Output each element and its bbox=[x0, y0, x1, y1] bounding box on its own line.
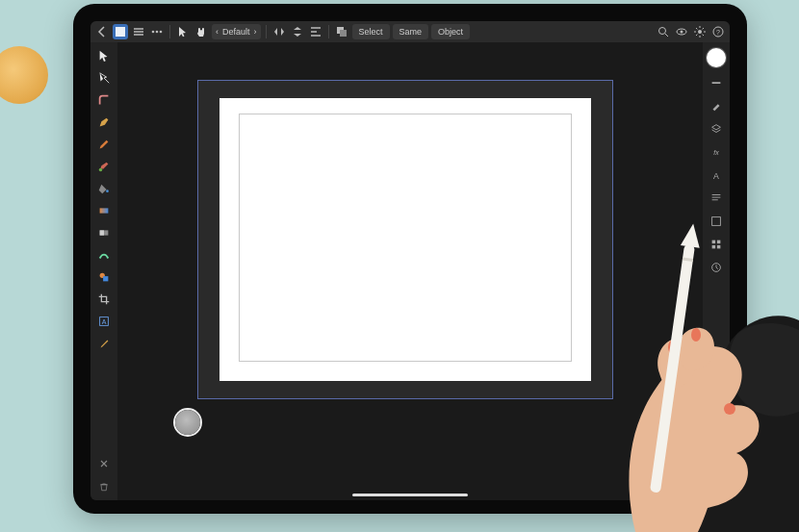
page-margin-guide bbox=[239, 114, 572, 362]
preset-prev[interactable]: ‹ bbox=[216, 27, 219, 37]
svg-rect-25 bbox=[717, 241, 721, 244]
settings-button[interactable] bbox=[692, 24, 708, 39]
preset-selector[interactable]: ‹ Default › bbox=[212, 24, 261, 39]
quick-menu-button[interactable] bbox=[175, 410, 200, 435]
svg-text:A: A bbox=[102, 318, 107, 325]
svg-point-2 bbox=[156, 31, 159, 34]
svg-point-1 bbox=[152, 31, 155, 34]
studio-sidebar: fx A bbox=[703, 42, 730, 500]
same-menu-button[interactable]: Same bbox=[393, 24, 429, 39]
separator bbox=[169, 25, 170, 38]
separator bbox=[266, 25, 267, 38]
gradient-tool[interactable] bbox=[93, 201, 115, 220]
svg-rect-0 bbox=[116, 27, 125, 37]
svg-rect-5 bbox=[340, 30, 347, 37]
pencil-tool[interactable] bbox=[93, 135, 115, 154]
object-menu-button[interactable]: Object bbox=[431, 24, 470, 39]
transparency-tool[interactable] bbox=[93, 223, 115, 242]
preset-next[interactable]: › bbox=[254, 27, 257, 37]
svg-text:?: ? bbox=[716, 29, 720, 36]
svg-point-12 bbox=[99, 168, 103, 172]
corner-tool[interactable] bbox=[93, 90, 115, 110]
history-panel-icon[interactable] bbox=[708, 260, 725, 275]
help-button[interactable]: ? bbox=[710, 24, 726, 39]
desk-decor bbox=[0, 46, 48, 104]
select-menu-button[interactable]: Select bbox=[352, 24, 390, 39]
canvas-area[interactable] bbox=[117, 42, 703, 500]
svg-rect-16 bbox=[100, 230, 104, 235]
app-screen: ‹ Default › Select Same Object bbox=[90, 21, 730, 500]
assets-panel-icon[interactable] bbox=[708, 237, 725, 252]
svg-point-6 bbox=[659, 28, 666, 35]
svg-text:fx: fx bbox=[713, 149, 719, 156]
text-tool[interactable]: A bbox=[93, 312, 115, 331]
svg-point-8 bbox=[681, 31, 683, 34]
effects-panel-icon[interactable]: fx bbox=[708, 144, 725, 160]
paragraph-panel-icon[interactable] bbox=[708, 190, 725, 206]
svg-point-3 bbox=[160, 31, 163, 34]
styles-panel-icon[interactable] bbox=[708, 214, 725, 229]
stroke-panel-icon[interactable] bbox=[708, 75, 725, 90]
svg-text:A: A bbox=[713, 171, 719, 181]
trash-icon[interactable] bbox=[96, 479, 112, 494]
svg-rect-14 bbox=[100, 208, 109, 213]
brushes-panel-icon[interactable] bbox=[708, 98, 725, 114]
pen-tool[interactable] bbox=[93, 113, 115, 132]
svg-point-13 bbox=[106, 190, 109, 192]
flip-vertical-button[interactable] bbox=[290, 24, 305, 39]
move-tool[interactable] bbox=[93, 46, 115, 65]
svg-rect-24 bbox=[712, 241, 716, 244]
fill-tool[interactable] bbox=[93, 179, 115, 198]
svg-point-9 bbox=[698, 30, 702, 34]
svg-rect-26 bbox=[712, 245, 716, 249]
document-page[interactable] bbox=[219, 98, 591, 381]
bottom-left-controls bbox=[96, 456, 112, 494]
artboard[interactable] bbox=[198, 81, 612, 398]
more-menu-button[interactable] bbox=[149, 24, 165, 39]
svg-rect-27 bbox=[717, 245, 721, 249]
preview-button[interactable] bbox=[674, 24, 689, 39]
home-indicator[interactable] bbox=[352, 494, 468, 496]
color-picker-tool[interactable] bbox=[93, 334, 115, 353]
brush-tool[interactable] bbox=[93, 157, 115, 176]
separator bbox=[328, 25, 329, 38]
node-tool[interactable] bbox=[93, 68, 115, 88]
boolean-ops-button[interactable] bbox=[334, 24, 349, 39]
vector-brush-tool[interactable] bbox=[93, 245, 115, 265]
svg-rect-23 bbox=[712, 217, 721, 226]
svg-rect-18 bbox=[103, 276, 108, 281]
align-button[interactable] bbox=[308, 24, 323, 39]
top-toolbar: ‹ Default › Select Same Object bbox=[90, 21, 730, 42]
layers-panel-icon[interactable] bbox=[708, 121, 725, 137]
text-panel-icon[interactable]: A bbox=[708, 167, 725, 183]
search-button[interactable] bbox=[656, 24, 671, 39]
pointer-tool-button[interactable] bbox=[175, 24, 191, 39]
crop-tool[interactable] bbox=[93, 290, 115, 309]
tablet-device: ‹ Default › Select Same Object bbox=[73, 4, 747, 514]
tools-sidebar: A bbox=[90, 42, 117, 500]
preset-label: Default bbox=[222, 27, 250, 37]
flip-horizontal-button[interactable] bbox=[271, 24, 287, 39]
color-swatch[interactable] bbox=[707, 48, 726, 67]
back-button[interactable] bbox=[94, 24, 110, 39]
close-icon[interactable] bbox=[96, 456, 112, 471]
persona-designer-button[interactable] bbox=[113, 24, 128, 39]
document-menu-button[interactable] bbox=[131, 24, 146, 39]
shape-tool[interactable] bbox=[93, 267, 115, 287]
hand-tool-button[interactable] bbox=[193, 24, 209, 39]
